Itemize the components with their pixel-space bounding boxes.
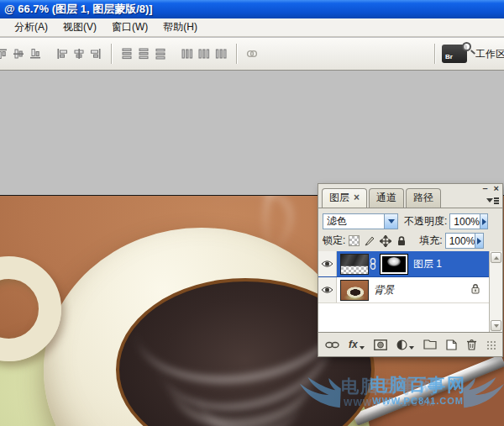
align-distribute-toolbar [0, 44, 260, 64]
menu-analysis[interactable]: 分析(A) [7, 18, 55, 36]
panel-tabs: 图层× 通道 路径 [322, 191, 443, 208]
distribute-bottom-edges-icon [155, 48, 166, 60]
menu-window[interactable]: 窗口(W) [104, 18, 155, 36]
blend-mode-select[interactable]: 滤色 [323, 213, 398, 229]
distribute-left-edges-button[interactable] [179, 45, 196, 62]
lock-label: 锁定: [323, 234, 345, 248]
layer-thumbnail[interactable] [340, 254, 369, 275]
tool-options-bar: Br 工作区 [0, 38, 504, 71]
align-horizontal-centers-icon [73, 48, 85, 60]
distribute-vertical-centers-icon [138, 48, 150, 60]
align-right-edges-button[interactable] [87, 45, 104, 62]
site-watermark: 电脑百事网 WWW.PC841.COM [332, 374, 504, 424]
layers-list: 图层 1 背景 [318, 251, 502, 333]
separator [111, 44, 112, 64]
mask-link-icon[interactable] [370, 258, 376, 270]
visibility-toggle[interactable] [318, 251, 337, 276]
align-bottom-edges-icon [29, 48, 41, 60]
document-title: @ 66.7% (图层 1, 图层蒙版/8)] [4, 3, 153, 15]
magnifier-icon [462, 42, 471, 51]
align-top-edges-button[interactable] [0, 45, 10, 62]
eye-icon [321, 286, 333, 294]
menu-bar: 分析(A) 视图(V) 窗口(W) 帮助(H) [0, 18, 504, 37]
layer-thumbnail[interactable] [340, 280, 369, 301]
layer-mask-thumbnail[interactable] [380, 254, 408, 275]
distribute-bottom-edges-button[interactable] [152, 45, 169, 62]
lock-image-brush-icon[interactable] [364, 235, 375, 247]
distribute-horizontal-centers-button[interactable] [196, 45, 213, 62]
menu-view[interactable]: 视图(V) [55, 18, 104, 36]
add-layer-mask-button[interactable] [374, 339, 387, 350]
distribute-right-edges-button[interactable] [213, 45, 229, 62]
lock-position-icon[interactable] [380, 235, 391, 247]
auto-align-layers-icon [246, 48, 258, 60]
background-lock-icon [470, 283, 480, 297]
new-adjustment-layer-button[interactable] [396, 339, 414, 350]
options-bar-right: Br 工作区 [428, 38, 504, 70]
layers-panel-bottom-bar: fx [318, 333, 502, 356]
align-vertical-centers-button[interactable] [10, 45, 27, 62]
tab-channels[interactable]: 通道 [369, 188, 404, 208]
align-horizontal-centers-button[interactable] [71, 45, 87, 62]
distribute-horizontal-centers-icon [198, 48, 210, 60]
lock-buttons [349, 235, 407, 247]
distribute-left-edges-icon [181, 48, 193, 60]
opacity-label: 不透明度: [404, 214, 447, 229]
tab-paths[interactable]: 路径 [406, 188, 441, 208]
scroll-up-icon[interactable] [491, 252, 501, 263]
chevron-down-icon[interactable] [384, 214, 397, 229]
new-layer-button[interactable] [446, 339, 457, 350]
panel-menu-icon [486, 198, 493, 202]
distribute-top-edges-icon [121, 48, 133, 60]
panel-menu-button[interactable] [486, 195, 499, 206]
layer-name[interactable]: 图层 1 [413, 257, 442, 271]
panel-controls: 滤色 不透明度: 100% 锁定: [318, 208, 502, 251]
link-layers-button[interactable] [325, 341, 339, 349]
blend-mode-value: 滤色 [327, 214, 347, 229]
lock-all-icon[interactable] [396, 235, 407, 247]
distribute-top-edges-button[interactable] [118, 45, 135, 62]
wing-icon [293, 376, 342, 414]
distribute-vertical-centers-button[interactable] [135, 45, 152, 62]
panel-window-buttons: – × [482, 184, 499, 192]
chevron-down-icon [360, 346, 365, 350]
layer-row-layer1[interactable]: 图层 1 [318, 251, 489, 277]
layer-row-background[interactable]: 背景 [318, 277, 489, 303]
tab-layers[interactable]: 图层× [322, 188, 367, 208]
lock-transparency-icon[interactable] [349, 235, 360, 246]
panel-resize-grip[interactable] [486, 340, 496, 350]
separator [236, 44, 237, 64]
align-bottom-edges-button[interactable] [27, 45, 44, 62]
fill-label: 填充: [419, 234, 442, 248]
new-group-button[interactable] [423, 339, 437, 350]
fill-slider-arrow-icon[interactable] [475, 234, 482, 248]
auto-align-layers-button[interactable] [244, 45, 260, 62]
fill-value: 100% [449, 235, 475, 247]
go-to-bridge-button[interactable]: Br [442, 45, 467, 63]
layers-panel: – × 图层× 通道 路径 滤色 不透明度: [318, 183, 503, 357]
fill-input[interactable]: 100% [445, 233, 484, 249]
eye-icon [321, 260, 333, 268]
menu-help[interactable]: 帮助(H) [155, 18, 205, 36]
opacity-input[interactable]: 100% [449, 213, 488, 229]
visibility-toggle[interactable] [318, 277, 337, 302]
panel-minimize-button[interactable]: – [482, 184, 487, 192]
align-right-edges-icon [90, 48, 102, 60]
photoshop-window: @ 66.7% (图层 1, 图层蒙版/8)] 分析(A) 视图(V) 窗口(W… [0, 0, 504, 426]
wing-icon [462, 376, 504, 414]
panel-close-button[interactable]: × [494, 184, 499, 192]
bridge-icon: Br [445, 53, 453, 60]
workspace-menu[interactable]: 工作区 [475, 47, 504, 61]
align-vertical-centers-icon [13, 48, 24, 60]
chevron-down-icon [409, 346, 414, 350]
layer-style-button[interactable]: fx [349, 339, 365, 350]
opacity-slider-arrow-icon[interactable] [480, 214, 487, 229]
scroll-down-icon[interactable] [491, 320, 501, 331]
layers-scrollbar[interactable] [489, 251, 502, 332]
delete-layer-button[interactable] [466, 339, 477, 350]
align-top-edges-icon [0, 48, 8, 60]
layer-name[interactable]: 背景 [374, 283, 394, 297]
tab-close-icon[interactable]: × [354, 192, 360, 203]
align-left-edges-button[interactable] [54, 45, 71, 62]
window-title-bar[interactable]: @ 66.7% (图层 1, 图层蒙版/8)] [0, 0, 504, 18]
